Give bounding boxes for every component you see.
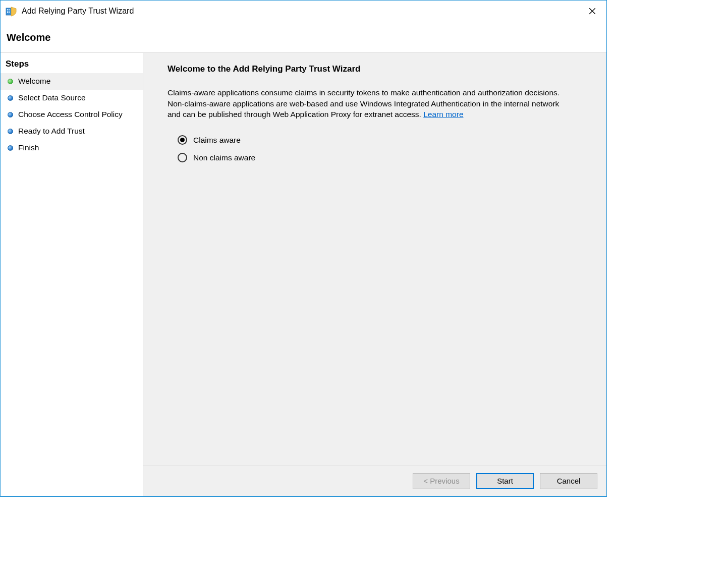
step-select-data-source[interactable]: Select Data Source (1, 90, 143, 106)
step-welcome[interactable]: Welcome (1, 73, 143, 90)
radio-label: Claims aware (193, 136, 241, 145)
step-finish[interactable]: Finish (1, 140, 143, 156)
svg-rect-3 (7, 11, 8, 12)
app-icon (6, 6, 17, 17)
titlebar: Add Relying Party Trust Wizard (1, 1, 606, 22)
main-panel: Welcome to the Add Relying Party Trust W… (143, 53, 606, 496)
page-header: Welcome (1, 22, 606, 53)
bullet-pending-icon (8, 112, 13, 117)
radio-claims-aware[interactable]: Claims aware (178, 135, 590, 145)
svg-rect-5 (7, 12, 8, 13)
radio-label: Non claims aware (193, 153, 255, 162)
description-text: Claims-aware applications consume claims… (167, 87, 561, 120)
svg-rect-2 (9, 9, 10, 10)
svg-rect-4 (9, 11, 10, 12)
page-title: Welcome (7, 32, 606, 43)
start-button[interactable]: Start (476, 473, 534, 489)
steps-header: Steps (1, 57, 143, 73)
step-label: Choose Access Control Policy (18, 109, 138, 120)
window-title: Add Relying Party Trust Wizard (22, 7, 582, 16)
previous-button[interactable]: < Previous (413, 473, 470, 489)
wizard-window: Add Relying Party Trust Wizard Welcome S… (0, 0, 607, 497)
main-content: Welcome to the Add Relying Party Trust W… (143, 53, 606, 465)
learn-more-link[interactable]: Learn more (423, 110, 463, 119)
body: Steps Welcome Select Data Source Choose … (1, 53, 606, 496)
step-choose-access-policy[interactable]: Choose Access Control Policy (1, 106, 143, 123)
svg-rect-6 (9, 12, 10, 13)
close-button[interactable] (582, 3, 602, 19)
content-title: Welcome to the Add Relying Party Trust W… (167, 64, 590, 74)
bullet-pending-icon (8, 129, 13, 134)
bullet-current-icon (8, 79, 13, 84)
svg-rect-1 (7, 9, 8, 10)
radio-icon (178, 135, 187, 145)
app-type-radio-group: Claims aware Non claims aware (178, 135, 590, 162)
bullet-pending-icon (8, 145, 13, 151)
step-label: Select Data Source (18, 93, 138, 103)
steps-sidebar: Steps Welcome Select Data Source Choose … (1, 53, 143, 496)
step-label: Finish (18, 143, 138, 153)
step-label: Welcome (18, 76, 138, 87)
cancel-button[interactable]: Cancel (540, 473, 597, 489)
step-label: Ready to Add Trust (18, 126, 138, 137)
radio-icon (178, 153, 187, 162)
step-ready-to-add-trust[interactable]: Ready to Add Trust (1, 123, 143, 140)
wizard-footer: < Previous Start Cancel (143, 465, 606, 496)
radio-non-claims-aware[interactable]: Non claims aware (178, 153, 590, 162)
description-body: Claims-aware applications consume claims… (167, 88, 560, 119)
bullet-pending-icon (8, 95, 13, 101)
